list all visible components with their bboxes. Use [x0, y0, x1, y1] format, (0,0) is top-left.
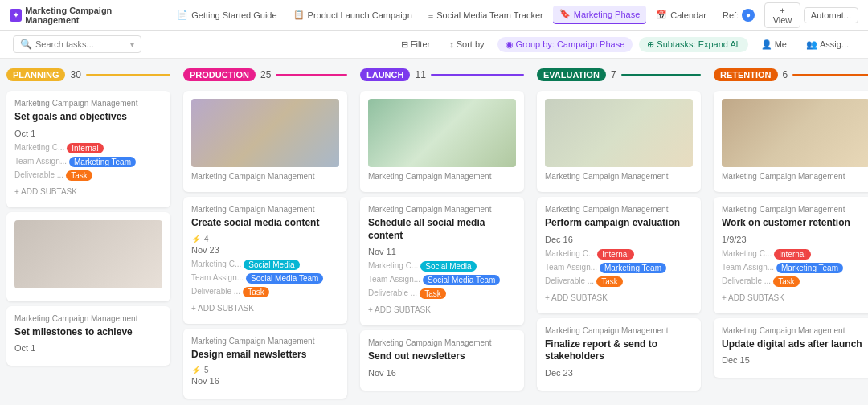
view-button[interactable]: + View [764, 2, 800, 28]
card-meta: Marketing Campaign Management [545, 205, 693, 214]
column-header-planning: PLANNING 30 [6, 65, 170, 86]
toolbar: 🔍 ▾ ⊟ Filter ↕ Sort by ◉ Group by: Campa… [0, 31, 868, 59]
card-image-r1 [722, 99, 868, 167]
tag-social-media: Social Media [420, 261, 476, 272]
subtasks-label: Subtasks: Expand All [657, 39, 739, 49]
search-icon: 🔍 [20, 39, 32, 50]
tab-product-launch-label: Product Launch Campaign [308, 10, 412, 20]
card-pr2[interactable]: Marketing Campaign ManagementCreate soci… [183, 197, 347, 324]
group-by-action[interactable]: ◉ Group by: Campaign Phase [497, 37, 633, 52]
tag-label: Marketing C... [545, 249, 595, 260]
tab-ref[interactable]: Ref: ● [716, 6, 761, 25]
column-bar-production [276, 74, 347, 76]
card-e2[interactable]: Marketing Campaign ManagementPerform cam… [537, 197, 701, 313]
card-meta: Marketing Campaign Management [722, 326, 868, 335]
tag-label: Team Assign... [545, 263, 597, 273]
card-r3[interactable]: Marketing Campaign ManagementUpdate digi… [714, 318, 868, 378]
card-r1[interactable]: Marketing Campaign Management [714, 91, 868, 192]
tag-internal: Internal [597, 249, 633, 260]
card-p3[interactable]: Marketing Campaign ManagementSet milesto… [6, 306, 170, 366]
tag-label: Deliverable ... [191, 287, 240, 297]
tag-marketing-team: Social Media Team [423, 275, 500, 285]
card-meta: Marketing Campaign Management [368, 205, 516, 214]
column-header-launch: LAUNCH 11 [360, 65, 524, 86]
card-meta: Marketing Campaign Management [191, 172, 339, 181]
tag-internal: Internal [774, 249, 810, 260]
subtasks-icon: ⊕ [647, 39, 654, 50]
card-date: Dec 16 [545, 235, 693, 244]
card-tags-row3: Deliverable ...Task [14, 170, 162, 181]
column-production: PRODUCTION 25 Marketing Campaign Managem… [177, 59, 354, 403]
card-l1[interactable]: Marketing Campaign Management [360, 91, 524, 192]
card-date: Oct 1 [14, 129, 162, 138]
tab-product-launch[interactable]: 📋 Product Launch Campaign [287, 6, 419, 23]
automate-button[interactable]: Automat... [804, 7, 858, 23]
card-subtask-row: ⚡4 [191, 235, 339, 243]
add-subtask-button[interactable]: + ADD SUBTASK [14, 184, 162, 199]
card-l2[interactable]: Marketing Campaign ManagementSchedule al… [360, 197, 524, 325]
tab-marketing-phase[interactable]: 🔖 Marketing Phase [553, 6, 647, 24]
card-date: Nov 16 [191, 376, 339, 386]
card-date: Nov 11 [368, 247, 516, 256]
subtask-count: 5 [204, 366, 209, 374]
search-input[interactable] [35, 39, 127, 49]
card-title: Work on customer retention [722, 217, 868, 230]
column-badge-retention: RETENTION [714, 68, 778, 81]
subtasks-action[interactable]: ⊕ Subtasks: Expand All [639, 37, 747, 52]
tag-label: Marketing C... [14, 143, 64, 153]
add-subtask-button[interactable]: + ADD SUBTASK [722, 290, 868, 305]
filter-action[interactable]: ⊟ Filter [395, 37, 436, 52]
card-meta: Marketing Campaign Management [191, 205, 339, 214]
card-meta: Marketing Campaign Management [191, 337, 339, 346]
card-meta: Marketing Campaign Management [14, 314, 162, 323]
group-label: Group by: Campaign Phase [516, 39, 625, 49]
card-e3[interactable]: Marketing Campaign ManagementFinalize re… [537, 318, 701, 391]
column-retention: RETENTION 6 Marketing Campaign Managemen… [707, 59, 868, 403]
assigni-action[interactable]: 👥 Assig... [800, 37, 855, 52]
card-tags-row1: Marketing C...Social Media [191, 260, 339, 270]
tag-label: Deliverable ... [14, 170, 63, 181]
card-pr1[interactable]: Marketing Campaign Management [183, 91, 347, 192]
column-badge-production: PRODUCTION [183, 68, 256, 81]
column-count-evaluation: 7 [611, 69, 616, 80]
tab-getting-started[interactable]: 📄 Getting Started Guide [170, 6, 283, 23]
me-action[interactable]: 👤 Me [755, 37, 793, 52]
add-subtask-button[interactable]: + ADD SUBTASK [545, 290, 693, 305]
search-box[interactable]: 🔍 ▾ [13, 35, 141, 53]
card-title: Update digital ads after launch [722, 338, 868, 351]
logo-icon: ✦ [10, 9, 22, 22]
add-subtask-button[interactable]: + ADD SUBTASK [368, 302, 516, 317]
card-p2[interactable] [6, 212, 170, 301]
column-badge-planning: PLANNING [6, 68, 65, 81]
app-logo: ✦ Marketing Campaign Management [10, 6, 161, 25]
card-tags-row2: Team Assign...Social Media Team [191, 273, 339, 284]
tab-calendar-label: Calendar [670, 10, 706, 20]
card-meta: Marketing Campaign Management [368, 172, 516, 181]
tag-marketing-team: Marketing Team [776, 263, 843, 273]
tab-getting-started-label: Getting Started Guide [191, 10, 276, 20]
card-date: Dec 15 [722, 355, 868, 365]
add-subtask-button[interactable]: + ADD SUBTASK [191, 301, 339, 316]
column-bar-planning [86, 74, 170, 76]
card-r2[interactable]: Marketing Campaign ManagementWork on cus… [714, 197, 868, 313]
card-date: Nov 23 [191, 245, 339, 255]
tag-label: Deliverable ... [722, 276, 771, 287]
chevron-down-icon: ▾ [130, 40, 134, 49]
card-e1[interactable]: Marketing Campaign Management [537, 91, 701, 192]
tab-social-media[interactable]: ≡ Social Media Team Tracker [422, 7, 550, 23]
sort-action[interactable]: ↕ Sort by [443, 37, 490, 51]
card-tags-row1: Marketing C...Internal [545, 249, 693, 260]
tag-task: Task [420, 288, 446, 299]
card-l3[interactable]: Marketing Campaign ManagementSend out ne… [360, 330, 524, 391]
card-subtask-row: ⚡5 [191, 366, 339, 374]
tag-label: Team Assign... [14, 157, 67, 167]
column-header-production: PRODUCTION 25 [183, 65, 347, 86]
topbar: ✦ Marketing Campaign Management 📄 Gettin… [0, 0, 868, 31]
tab-calendar[interactable]: 📅 Calendar [649, 6, 713, 23]
card-meta: Marketing Campaign Management [722, 172, 868, 181]
card-p1[interactable]: Marketing Campaign ManagementSet goals a… [6, 91, 170, 207]
card-title: Create social media content [191, 217, 339, 230]
column-launch: LAUNCH 11 Marketing Campaign ManagementM… [354, 59, 530, 403]
card-pr3[interactable]: Marketing Campaign ManagementDesign emai… [183, 329, 347, 399]
me-label: Me [775, 39, 787, 49]
